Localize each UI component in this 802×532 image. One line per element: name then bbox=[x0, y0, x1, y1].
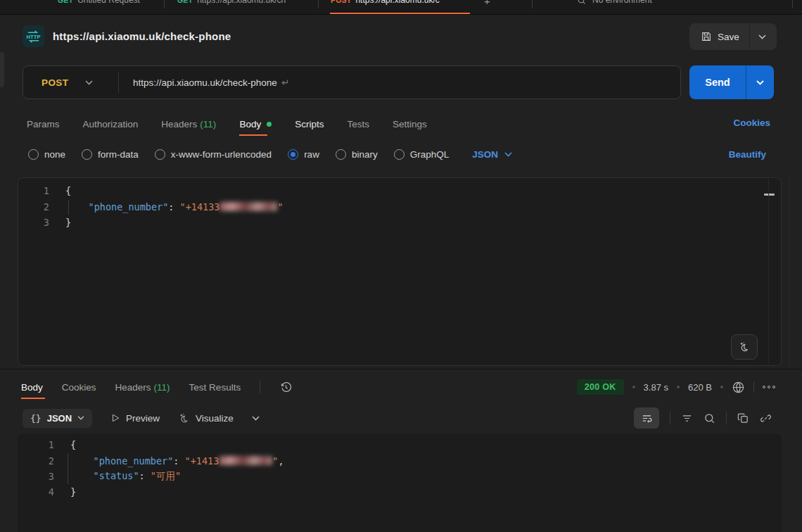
redacted-blur bbox=[219, 202, 277, 211]
code-token: "phone_number" bbox=[70, 455, 173, 467]
beautify-link[interactable]: Beautify bbox=[729, 149, 766, 160]
code-line: 4 } bbox=[18, 484, 782, 500]
language-value: JSON bbox=[472, 149, 498, 160]
link-icon bbox=[760, 412, 772, 424]
filter-icon bbox=[681, 412, 693, 424]
save-split-button: Save bbox=[689, 23, 777, 50]
more-options-button[interactable] bbox=[763, 386, 775, 388]
wrap-text-icon bbox=[641, 412, 653, 424]
method-dropdown[interactable]: POST bbox=[23, 77, 118, 88]
request-response-divider[interactable] bbox=[0, 369, 802, 369]
tab-authorization[interactable]: Authorization bbox=[83, 111, 139, 137]
url-value: https://api.xiaomu.uk/check-phone bbox=[133, 77, 277, 88]
response-tab-headers[interactable]: Headers (11) bbox=[115, 374, 170, 400]
radio-circle bbox=[336, 149, 346, 160]
tab-params[interactable]: Params bbox=[27, 111, 60, 137]
headers-count: (11) bbox=[154, 382, 170, 393]
url-bar: POST https://api.xiaomu.uk/check-phone↵ bbox=[23, 65, 681, 99]
chevron-down-icon bbox=[252, 416, 260, 421]
radio-form-data[interactable]: form-data bbox=[82, 149, 139, 160]
request-tab-1[interactable]: GET Untitled Request bbox=[58, 0, 140, 5]
code-token: : bbox=[173, 455, 184, 467]
magic-wand-icon bbox=[178, 412, 190, 424]
tab-settings[interactable]: Settings bbox=[393, 111, 427, 137]
response-tab-cookies[interactable]: Cookies bbox=[62, 374, 96, 400]
tab-divider bbox=[164, 0, 165, 8]
visualize-button[interactable]: Visualize bbox=[178, 412, 234, 424]
active-tab-underline bbox=[330, 13, 470, 14]
code-line: 3 } bbox=[18, 215, 781, 230]
save-options-button[interactable] bbox=[750, 23, 775, 50]
send-button[interactable]: Send bbox=[689, 77, 746, 88]
response-history-button[interactable] bbox=[279, 381, 293, 394]
redacted-blur bbox=[219, 456, 272, 465]
globe-icon bbox=[732, 381, 745, 394]
radio-label: none bbox=[44, 149, 65, 160]
language-dropdown[interactable]: JSON bbox=[472, 149, 512, 160]
svg-text:HTTP: HTTP bbox=[27, 34, 41, 40]
radio-circle bbox=[394, 149, 405, 160]
code-token: : bbox=[139, 470, 151, 481]
copy-link-button[interactable] bbox=[760, 412, 772, 424]
radio-binary[interactable]: binary bbox=[336, 149, 378, 160]
chevron-down-icon bbox=[504, 152, 512, 157]
radio-x-www-form-urlencoded[interactable]: x-www-form-urlencoded bbox=[155, 149, 272, 160]
request-header: HTTP https://api.xiaomu.uk/check-phone S… bbox=[0, 15, 802, 60]
radio-graphql[interactable]: GraphQL bbox=[394, 149, 450, 160]
dot-separator bbox=[720, 386, 723, 388]
visualize-fab-button[interactable] bbox=[731, 334, 758, 360]
search-icon bbox=[577, 0, 586, 5]
filter-button[interactable] bbox=[681, 412, 693, 424]
status-badge: 200 OK bbox=[577, 379, 624, 395]
copy-response-button[interactable] bbox=[737, 412, 749, 424]
tab-divider bbox=[532, 0, 533, 8]
code-token: : bbox=[168, 201, 179, 213]
response-format-dropdown[interactable]: {} JSON bbox=[23, 409, 92, 428]
toolbar-expand-button[interactable] bbox=[252, 416, 260, 421]
code-token: "可用" bbox=[151, 470, 181, 481]
pane-scrollbar-track[interactable] bbox=[789, 177, 789, 366]
tab-label: Cookies bbox=[62, 382, 96, 393]
http-request-icon: HTTP bbox=[23, 25, 44, 47]
url-input[interactable]: https://api.xiaomu.uk/check-phone↵ bbox=[119, 77, 289, 88]
radio-none[interactable]: none bbox=[28, 149, 65, 160]
tab-body-active[interactable]: Body bbox=[239, 111, 272, 137]
tab-tests[interactable]: Tests bbox=[347, 111, 369, 137]
code-line: 1 { bbox=[18, 183, 781, 198]
tab-label: Test Results bbox=[189, 382, 241, 393]
divider bbox=[753, 381, 754, 393]
wrap-text-button[interactable] bbox=[634, 407, 659, 429]
search-icon bbox=[704, 412, 715, 424]
request-body-editor[interactable]: 1 { 2 "phone_number": "+14133" 3 } bbox=[18, 177, 782, 366]
tab-label: Body bbox=[239, 119, 261, 129]
radio-raw-selected[interactable]: raw bbox=[288, 149, 319, 160]
response-tab-body-active[interactable]: Body bbox=[21, 374, 43, 400]
network-info-button[interactable] bbox=[732, 381, 745, 394]
history-clock-icon bbox=[279, 381, 293, 394]
request-tab-2[interactable]: GET https://api.xiaomu.uk/ch bbox=[177, 0, 286, 5]
method-badge: POST bbox=[331, 0, 351, 4]
line-number: 3 bbox=[18, 471, 54, 482]
chevron-down-icon bbox=[85, 80, 93, 85]
cookies-link[interactable]: Cookies bbox=[733, 118, 770, 128]
save-button[interactable]: Save bbox=[689, 23, 749, 50]
response-toolbar-right bbox=[634, 405, 772, 431]
send-options-button[interactable] bbox=[746, 80, 774, 85]
line-number: 2 bbox=[18, 455, 54, 467]
code-token: { bbox=[70, 439, 76, 450]
response-size: 620 B bbox=[688, 382, 712, 393]
response-tab-test-results[interactable]: Test Results bbox=[189, 374, 241, 400]
code-line: 1 { bbox=[18, 437, 782, 452]
environment-selector[interactable]: No environment bbox=[577, 0, 652, 5]
response-body-viewer[interactable]: 1 { 2 "phone_number": "+1413", 3 "status… bbox=[18, 433, 782, 532]
tab-headers[interactable]: Headers (11) bbox=[161, 111, 216, 137]
tab-label: https://api.xiaomu.uk/ch bbox=[197, 0, 286, 5]
code-line: 2 "phone_number": "+14133" bbox=[18, 198, 781, 214]
search-response-button[interactable] bbox=[704, 412, 715, 424]
line-number: 4 bbox=[18, 486, 54, 498]
preview-button[interactable]: Preview bbox=[110, 413, 160, 424]
new-tab-button[interactable]: + bbox=[484, 0, 490, 7]
tab-scripts[interactable]: Scripts bbox=[295, 111, 324, 137]
radio-label: x-www-form-urlencoded bbox=[171, 149, 272, 160]
request-tab-3-active[interactable]: POST https://api.xiaomu.uk/c bbox=[331, 0, 440, 5]
